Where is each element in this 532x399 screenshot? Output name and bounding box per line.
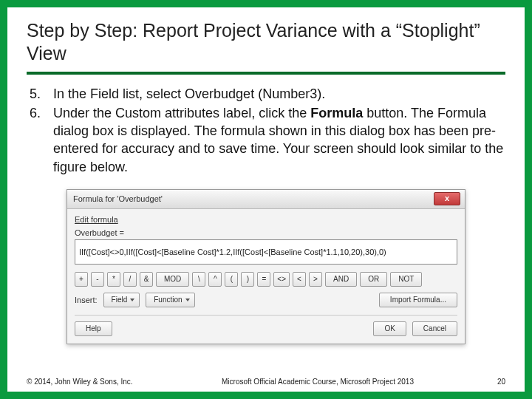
step-text-part: In the Field list, select Overbudget (Nu… — [53, 86, 325, 101]
footer-copyright: © 2014, John Wiley & Sons, Inc. — [27, 378, 160, 386]
step-item: 5. In the Field list, select Overbudget … — [27, 85, 505, 103]
op-not-button[interactable]: NOT — [390, 272, 422, 287]
dialog-footer: Help OK Cancel — [75, 315, 457, 336]
footer-page: 20 — [476, 378, 505, 386]
op-and-button[interactable]: AND — [325, 272, 357, 287]
op-neq-button[interactable]: <> — [273, 272, 290, 287]
op-gt-button[interactable]: > — [309, 272, 322, 287]
op-mult-button[interactable]: * — [107, 272, 120, 287]
operator-row: + - * / & MOD \ ^ ( ) = <> < > AND OR NO — [75, 272, 457, 287]
dialog-title: Formula for 'Overbudget' — [73, 194, 434, 203]
op-eq-button[interactable]: = — [257, 272, 270, 287]
op-intdiv-button[interactable]: \ — [192, 272, 205, 287]
step-text: Under the Custom attributes label, click… — [53, 104, 505, 176]
close-button[interactable]: x — [434, 192, 460, 205]
chevron-down-icon — [185, 299, 190, 301]
op-rparen-button[interactable]: ) — [241, 272, 254, 287]
cancel-button[interactable]: Cancel — [412, 321, 457, 336]
chevron-down-icon — [130, 299, 134, 301]
field-dropdown-button[interactable]: Field — [103, 293, 140, 307]
function-dropdown-button[interactable]: Function — [146, 293, 194, 307]
field-dropdown-label: Field — [112, 293, 128, 307]
op-pow-button[interactable]: ^ — [208, 272, 222, 287]
step-text: In the Field list, select Overbudget (Nu… — [53, 85, 505, 103]
ok-button[interactable]: OK — [373, 321, 406, 336]
op-plus-button[interactable]: + — [75, 272, 88, 287]
slide-footer: © 2014, John Wiley & Sons, Inc. Microsof… — [27, 378, 505, 386]
edit-formula-label: Edit formula — [75, 215, 457, 224]
op-div-button[interactable]: / — [123, 272, 137, 287]
import-formula-button[interactable]: Import Formula... — [379, 293, 457, 307]
function-dropdown-label: Function — [154, 293, 182, 307]
op-or-button[interactable]: OR — [360, 272, 387, 287]
slide-title: Step by Step: Report Project Variance wi… — [27, 19, 505, 75]
op-mod-button[interactable]: MOD — [156, 272, 189, 287]
field-name-label: Overbudget = — [75, 228, 457, 237]
footer-course: Microsoft Official Academic Course, Micr… — [160, 378, 476, 386]
step-item: 6. Under the Custom attributes label, cl… — [27, 104, 505, 176]
help-button[interactable]: Help — [75, 321, 112, 336]
slide: Step by Step: Report Project Variance wi… — [0, 0, 532, 399]
formula-text: IIf([Cost]<>0,IIf([Cost]<[Baseline Cost]… — [79, 248, 386, 256]
dialog-titlebar: Formula for 'Overbudget' x — [67, 190, 465, 209]
op-minus-button[interactable]: - — [91, 272, 104, 287]
op-amp-button[interactable]: & — [140, 272, 153, 287]
op-lt-button[interactable]: < — [293, 272, 306, 287]
step-text-part: Under the Custom attributes label, click… — [53, 106, 310, 120]
op-lparen-button[interactable]: ( — [225, 272, 238, 287]
insert-label: Insert: — [75, 296, 98, 304]
step-number: 6. — [27, 104, 53, 176]
formula-dialog: Formula for 'Overbudget' x Edit formula … — [66, 189, 466, 344]
formula-input[interactable]: IIf([Cost]<>0,IIf([Cost]<[Baseline Cost]… — [75, 239, 457, 265]
step-text-bold: Formula — [310, 106, 363, 120]
body-text: 5. In the Field list, select Overbudget … — [27, 85, 505, 176]
insert-row: Insert: Field Function Import Formula... — [75, 293, 457, 307]
step-number: 5. — [27, 85, 53, 103]
